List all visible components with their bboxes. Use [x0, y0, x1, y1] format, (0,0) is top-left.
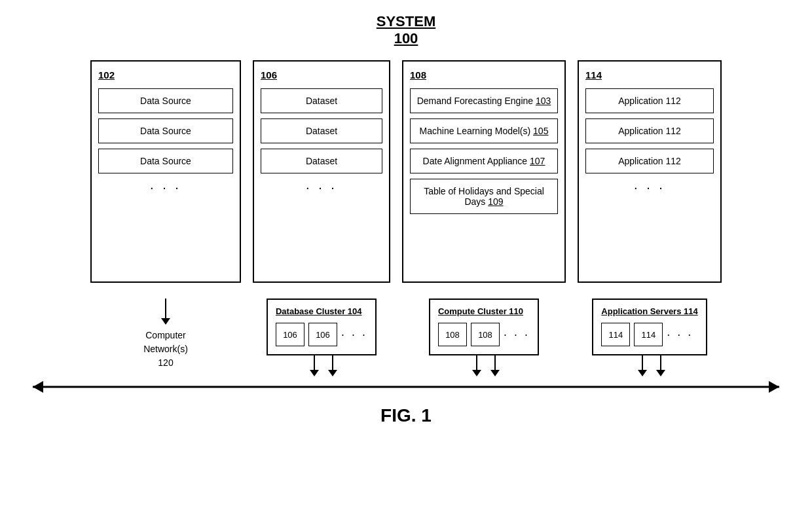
- box-102-item-2: Data Source: [98, 118, 233, 143]
- cluster-114-ellipsis: · · ·: [667, 328, 693, 342]
- arrow-left-head: [33, 381, 43, 393]
- box-106: 106 Dataset Dataset Dataset · · ·: [253, 60, 390, 283]
- box-114-ellipsis: · · ·: [585, 180, 714, 195]
- box-114-item-2: Application 112: [585, 118, 714, 143]
- cluster-110-box: Compute Cluster 110 108 108 · · ·: [429, 299, 539, 355]
- col-108: 108 Demand Forecasting Engine 103 Machin…: [402, 60, 566, 283]
- box-102-item-3: Data Source: [98, 149, 233, 173]
- box-102-label: 102: [98, 69, 233, 81]
- arrow-line: [33, 386, 779, 388]
- box-108-item-3: Date Alignment Appliance 107: [410, 149, 558, 173]
- arrow-right-head: [769, 381, 779, 393]
- cluster-104-item-2: 106: [308, 323, 337, 346]
- cluster-110-col: Compute Cluster 110 108 108 · · ·: [402, 299, 566, 376]
- box-106-ellipsis: · · ·: [261, 180, 382, 195]
- col-106: 106 Dataset Dataset Dataset · · ·: [253, 60, 390, 283]
- cluster-110-items: 108 108 · · ·: [438, 323, 530, 346]
- cluster-114-items: 114 114 · · ·: [601, 323, 697, 346]
- cluster-114-item-2: 114: [634, 323, 663, 346]
- box-108-item-1: Demand Forecasting Engine 103: [410, 88, 558, 113]
- box-108-item-2: Machine Learning Model(s) 105: [410, 118, 558, 143]
- box-106-item-1: Dataset: [261, 88, 382, 113]
- cluster-110-ellipsis: · · ·: [504, 328, 530, 342]
- system-number: 100: [377, 30, 435, 47]
- cluster-110-item-1: 108: [438, 323, 467, 346]
- box-106-item-2: Dataset: [261, 118, 382, 143]
- cluster-114-label: Application Servers 114: [601, 306, 697, 316]
- page-title: SYSTEM 100: [377, 13, 435, 47]
- arrow-line-container: [33, 380, 779, 393]
- system-label: SYSTEM: [377, 13, 435, 30]
- box-114-item-1: Application 112: [585, 88, 714, 113]
- diagram-area: 102 Data Source Data Source Data Source …: [20, 60, 792, 393]
- cluster-110-item-2: 108: [471, 323, 500, 346]
- box-102-ellipsis: · · ·: [98, 180, 233, 195]
- cluster-104-item-1: 106: [276, 323, 304, 346]
- cluster-104-ellipsis: · · ·: [341, 328, 367, 342]
- box-114-item-3: Application 112: [585, 149, 714, 173]
- col-102: 102 Data Source Data Source Data Source …: [90, 60, 241, 283]
- box-114: 114 Application 112 Application 112 Appl…: [578, 60, 722, 283]
- box-114-label: 114: [585, 69, 714, 81]
- cluster-104-box: Database Cluster 104 106 106 · · ·: [267, 299, 377, 355]
- box-108: 108 Demand Forecasting Engine 103 Machin…: [402, 60, 566, 283]
- top-row: 102 Data Source Data Source Data Source …: [20, 60, 792, 283]
- box-102-item-1: Data Source: [98, 88, 233, 113]
- cluster-114-box: Application Servers 114 114 114 · · ·: [592, 299, 707, 355]
- cluster-104-label: Database Cluster 104: [276, 306, 367, 316]
- network-col: ComputerNetwork(s)120: [90, 299, 241, 370]
- box-106-label: 106: [261, 69, 382, 81]
- cluster-110-label: Compute Cluster 110: [438, 306, 530, 316]
- fig-label: FIG. 1: [380, 405, 432, 426]
- network-label: ComputerNetwork(s)120: [143, 329, 188, 370]
- cluster-104-col: Database Cluster 104 106 106 · · ·: [253, 299, 390, 376]
- cluster-114-item-1: 114: [601, 323, 630, 346]
- cluster-114-col: Application Servers 114 114 114 · · ·: [578, 299, 722, 376]
- cluster-104-items: 106 106 · · ·: [276, 323, 367, 346]
- box-108-label: 108: [410, 69, 558, 81]
- box-102: 102 Data Source Data Source Data Source …: [90, 60, 241, 283]
- box-106-item-3: Dataset: [261, 149, 382, 173]
- col-114: 114 Application 112 Application 112 Appl…: [578, 60, 722, 283]
- box-108-item-4: Table of Holidays and Special Days 109: [410, 179, 558, 214]
